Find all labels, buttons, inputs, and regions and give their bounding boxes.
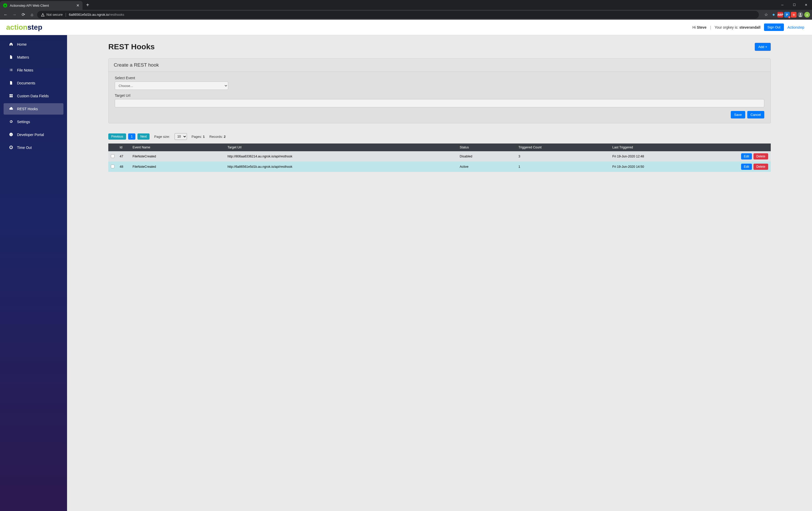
add-button[interactable]: Add + xyxy=(755,43,771,51)
new-tab-button[interactable]: + xyxy=(86,2,89,8)
records-text: Records: 2 xyxy=(209,135,226,139)
sidebar-item-label: Home xyxy=(17,42,27,47)
edit-button[interactable]: Edit xyxy=(741,164,752,170)
cancel-button[interactable]: Cancel xyxy=(747,111,764,118)
brand-link[interactable]: Actionstep xyxy=(787,25,804,29)
profile-avatar-icon[interactable] xyxy=(798,12,803,18)
cell-triggered-count: 3 xyxy=(516,151,610,162)
sidebar-item-label: Matters xyxy=(17,55,29,59)
table-header: Id xyxy=(117,143,130,151)
app-header: actionstep Hi Steve | Your orgkey is: st… xyxy=(0,20,812,35)
page-number-button[interactable]: 1 xyxy=(128,133,136,140)
sidebar-item-rest-hooks[interactable]: REST Hooks xyxy=(4,103,63,115)
file-icon xyxy=(9,55,13,60)
table-row: 47FileNoteCreatedhttp://806aa6336214.au.… xyxy=(108,151,771,162)
sidebar-item-custom-data-fields[interactable]: Custom Data Fields xyxy=(4,90,63,102)
cell-target-url: http://6a86561e5d1b.au.ngrok.io/api/rest… xyxy=(225,162,457,172)
delete-button[interactable]: Delete xyxy=(753,153,768,160)
next-button[interactable]: Next xyxy=(138,133,150,140)
warning-icon xyxy=(41,12,45,17)
target-url-input[interactable] xyxy=(115,99,764,107)
target-icon xyxy=(9,145,13,150)
sidebar-item-documents[interactable]: Documents xyxy=(4,77,63,89)
cell-last-triggered: Fri 19-Jun-2020 12:48 xyxy=(610,151,732,162)
nav-home-button[interactable]: ⌂ xyxy=(28,11,36,18)
bookmark-star-icon[interactable]: ☆ xyxy=(762,11,770,18)
sidebar-item-label: Documents xyxy=(17,81,35,85)
table-header: Triggered Count xyxy=(516,143,610,151)
pagination-row: Previous 1 Next Page size: 10 Pages: 1 R… xyxy=(108,133,771,140)
header-separator: | xyxy=(710,25,711,29)
extension-diamond-icon[interactable]: ◆ xyxy=(771,12,776,18)
table-row: 48FileNoteCreatedhttp://6a86561e5d1b.au.… xyxy=(108,162,771,172)
target-url-label: Target Url xyxy=(115,93,764,98)
nav-forward-button[interactable]: → xyxy=(11,11,18,18)
table-header xyxy=(732,143,771,151)
sidebar-item-label: Time Out xyxy=(17,145,32,150)
main-content: REST Hooks Add + Create a REST hook Sele… xyxy=(67,35,812,511)
extension-abp-icon[interactable]: ABP xyxy=(778,12,783,18)
hooks-table: IdEvent NameTarget UrlStatusTriggered Co… xyxy=(108,143,771,172)
card-title: Create a REST hook xyxy=(109,59,771,72)
orgkey-text: Your orgkey is: steverandall xyxy=(715,25,760,29)
row-checkbox[interactable] xyxy=(111,154,115,158)
address-bar[interactable]: Not secure | 6a86561e5d1b.au.ngrok.io/re… xyxy=(37,11,759,19)
sidebar-item-label: Developer Portal xyxy=(17,133,44,137)
not-secure-label: Not secure xyxy=(47,12,63,17)
delete-button[interactable]: Delete xyxy=(753,164,768,170)
sidebar-item-home[interactable]: Home xyxy=(4,39,63,50)
window-titlebar: a Actionstep API Web Client ✕ + ─ ☐ ✕ xyxy=(0,0,812,10)
previous-button[interactable]: Previous xyxy=(108,133,126,140)
sign-out-button[interactable]: Sign Out xyxy=(764,24,784,31)
home-icon xyxy=(9,42,13,47)
tab-close-icon[interactable]: ✕ xyxy=(76,3,80,7)
select-event-dropdown[interactable]: Choose... xyxy=(115,82,228,90)
nav-reload-button[interactable]: ⟳ xyxy=(20,11,27,18)
browser-tab[interactable]: a Actionstep API Web Client ✕ xyxy=(0,1,83,10)
row-checkbox[interactable] xyxy=(111,165,115,168)
edit-button[interactable]: Edit xyxy=(741,153,752,160)
page-size-label: Page size: xyxy=(154,135,170,139)
brand-logo: actionstep xyxy=(6,23,42,31)
gear-icon xyxy=(9,119,13,125)
not-secure-badge[interactable]: Not secure xyxy=(41,12,63,17)
nav-back-button[interactable]: ← xyxy=(2,11,9,18)
table-header: Status xyxy=(457,143,516,151)
extension-p-icon[interactable]: P3 xyxy=(784,12,790,18)
greeting-text: Hi Steve xyxy=(692,25,706,29)
save-button[interactable]: Save xyxy=(731,111,745,118)
svg-point-0 xyxy=(800,13,801,15)
cell-status: Active xyxy=(457,162,516,172)
cell-last-triggered: Fri 19-Jun-2020 14:50 xyxy=(610,162,732,172)
sidebar-item-developer-portal[interactable]: Developer Portal xyxy=(4,129,63,140)
url-text: 6a86561e5d1b.au.ngrok.io/resthooks xyxy=(69,12,124,17)
table-header: Target Url xyxy=(225,143,457,151)
cell-id: 47 xyxy=(117,151,130,162)
tab-title: Actionstep API Web Client xyxy=(10,4,74,7)
sidebar-item-time-out[interactable]: Time Out xyxy=(4,142,63,153)
select-event-label: Select Event xyxy=(115,76,764,80)
browser-toolbar: ← → ⟳ ⌂ Not secure | 6a86561e5d1b.au.ngr… xyxy=(0,10,812,20)
window-close-button[interactable]: ✕ xyxy=(800,1,812,9)
cell-event-name: FileNoteCreated xyxy=(130,151,225,162)
account-badge-icon[interactable]: a xyxy=(804,12,810,18)
window-maximize-button[interactable]: ☐ xyxy=(788,1,800,9)
cell-event-name: FileNoteCreated xyxy=(130,162,225,172)
cell-status: Disabled xyxy=(457,151,516,162)
list-icon xyxy=(9,68,13,73)
sidebar-item-label: File Notes xyxy=(17,68,33,72)
table-header: Event Name xyxy=(130,143,225,151)
cell-triggered-count: 1 xyxy=(516,162,610,172)
sidebar-item-label: Custom Data Fields xyxy=(17,94,49,98)
window-minimize-button[interactable]: ─ xyxy=(776,1,788,9)
sidebar-item-matters[interactable]: Matters xyxy=(4,52,63,63)
extension-block-icon[interactable]: ⦸ xyxy=(791,12,796,18)
info-icon xyxy=(9,132,13,137)
table-header: Last Triggered xyxy=(610,143,732,151)
doc-icon xyxy=(9,81,13,86)
cell-id: 48 xyxy=(117,162,130,172)
sidebar-item-label: REST Hooks xyxy=(17,107,38,111)
page-size-select[interactable]: 10 xyxy=(175,133,187,140)
sidebar-item-settings[interactable]: Settings xyxy=(4,116,63,128)
sidebar-item-file-notes[interactable]: File Notes xyxy=(4,64,63,76)
